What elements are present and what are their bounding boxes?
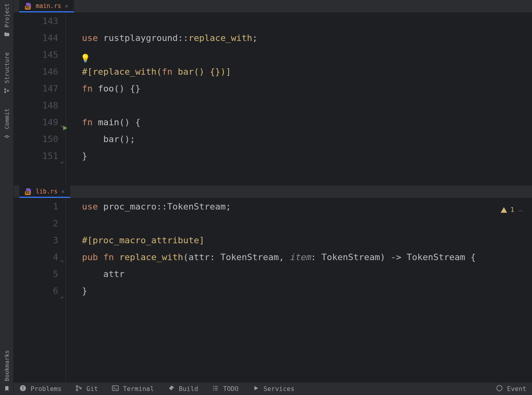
tab-main-rs[interactable]: RS main.rs × — [19, 0, 74, 12]
code-line[interactable]: pub fn replace_with(attr: TokenStream, i… — [82, 249, 532, 266]
warning-icon — [501, 207, 507, 213]
commit-icon — [4, 133, 10, 140]
code-line[interactable]: } — [82, 148, 532, 165]
svg-rect-0 — [4, 89, 6, 90]
left-tool-rail: ProjectStructureCommit Bookmarks — [0, 0, 14, 395]
editor-top[interactable]: 143144145146147148149150151 use rustplay… — [14, 13, 532, 185]
line-number: 3 — [14, 232, 58, 249]
gutter-bottom: 123456 — [14, 198, 66, 382]
status-todo[interactable]: TODO — [212, 385, 239, 393]
tab-label: main.rs — [36, 2, 61, 10]
rust-file-icon: RS — [25, 3, 32, 9]
bookmark-icon — [4, 385, 10, 392]
code-bottom[interactable]: 1 ︿ use proc_macro::TokenStream;#[proc_m… — [66, 198, 532, 382]
line-number: 150 — [14, 131, 58, 148]
rail-label: Bookmarks — [4, 350, 10, 381]
status-label: Terminal — [123, 385, 154, 393]
code-top[interactable]: use rustplayground::replace_with;#[repla… — [66, 13, 532, 185]
status-bar: ProblemsGitTerminalBuildTODOServices Eve… — [14, 382, 532, 395]
line-number: 146 — [14, 63, 58, 80]
code-line[interactable] — [82, 215, 532, 232]
fold-open-icon[interactable] — [60, 120, 64, 136]
status-git[interactable]: Git — [75, 385, 98, 393]
rail-bookmarks[interactable]: Bookmarks — [4, 350, 10, 392]
line-number: 148 — [14, 97, 58, 114]
build-icon — [168, 385, 175, 393]
line-number: 149 — [14, 114, 58, 131]
code-line[interactable]: bar(); — [82, 131, 532, 148]
rail-project[interactable]: Project — [4, 3, 10, 38]
code-line[interactable]: attr — [82, 266, 532, 283]
line-number: 145 — [14, 47, 58, 63]
code-line[interactable]: } — [82, 283, 532, 299]
line-number: 143 — [14, 13, 58, 30]
status-problems[interactable]: Problems — [19, 385, 61, 393]
status-services[interactable]: Services — [252, 385, 295, 393]
tab-label: lib.rs — [36, 188, 57, 195]
tab-bar-bottom: RS lib.rs × — [14, 185, 532, 198]
svg-rect-12 — [112, 386, 118, 391]
line-number: 2 — [14, 215, 58, 232]
terminal-icon — [112, 385, 119, 393]
status-terminal[interactable]: Terminal — [112, 385, 154, 393]
rail-commit[interactable]: Commit — [4, 108, 10, 140]
code-line[interactable] — [82, 97, 532, 114]
chevron-up-icon[interactable]: ︿ — [518, 202, 524, 218]
editor-area: RS main.rs × 143144145146147148149150151… — [14, 0, 532, 395]
code-line[interactable]: #[replace_with(fn bar() {})] — [82, 63, 532, 80]
svg-point-9 — [76, 385, 78, 387]
todo-icon — [212, 385, 219, 393]
line-number: 5 — [14, 266, 58, 283]
line-number: 147 — [14, 80, 58, 97]
rail-label: Structure — [4, 52, 10, 83]
status-label: Problems — [31, 385, 61, 393]
svg-rect-8 — [23, 389, 23, 390]
tab-lib-rs[interactable]: RS lib.rs × — [19, 185, 70, 198]
problems-icon — [19, 385, 27, 393]
code-line[interactable] — [82, 47, 532, 63]
folder-icon — [4, 31, 10, 38]
inspection-widget[interactable]: 1 ︿ — [501, 202, 524, 218]
status-label: TODO — [223, 385, 239, 393]
fold-close-icon[interactable] — [60, 153, 64, 170]
rail-label: Commit — [4, 108, 10, 129]
intention-bulb-icon[interactable]: 💡 — [80, 50, 90, 67]
svg-point-20 — [497, 385, 502, 391]
code-line[interactable]: fn main() { — [82, 114, 532, 131]
rail-structure[interactable]: Structure — [4, 52, 10, 94]
svg-point-3 — [6, 135, 8, 137]
services-icon — [252, 385, 260, 393]
warning-count: 1 — [510, 202, 514, 218]
line-number: 4 — [14, 249, 58, 266]
code-line[interactable]: use rustplayground::replace_with; — [82, 30, 532, 47]
status-label: Build — [179, 385, 198, 393]
fold-close-icon[interactable] — [60, 288, 64, 305]
line-number: 144 — [14, 30, 58, 47]
line-number: 151 — [14, 148, 58, 165]
fold-open-icon[interactable] — [60, 255, 64, 271]
tab-bar-top: RS main.rs × — [14, 0, 532, 13]
code-line[interactable]: #[proc_macro_attribute] — [82, 232, 532, 249]
status-event[interactable]: Event — [496, 385, 526, 393]
svg-rect-7 — [23, 386, 23, 389]
rust-file-icon: RS — [25, 188, 32, 195]
gutter-top: 143144145146147148149150151 — [14, 13, 66, 185]
git-icon — [75, 385, 82, 393]
svg-rect-2 — [7, 90, 8, 92]
structure-icon — [4, 88, 10, 94]
editor-bottom[interactable]: 123456 1 ︿ use proc_macro::TokenStream;#… — [14, 198, 532, 382]
event-icon — [496, 385, 503, 393]
line-number: 6 — [14, 283, 58, 299]
status-label: Services — [264, 385, 295, 393]
status-build[interactable]: Build — [168, 385, 198, 393]
status-label: Git — [86, 385, 98, 393]
line-number: 1 — [14, 198, 58, 215]
rail-label: Project — [4, 3, 10, 27]
status-label: Event — [507, 385, 526, 393]
close-icon[interactable]: × — [61, 188, 64, 195]
close-icon[interactable]: × — [65, 3, 68, 9]
code-line[interactable]: use proc_macro::TokenStream; — [82, 198, 532, 215]
code-line[interactable] — [82, 13, 532, 30]
code-line[interactable]: fn foo() {} — [82, 80, 532, 97]
app-root: ProjectStructureCommit Bookmarks RS main… — [0, 0, 532, 395]
